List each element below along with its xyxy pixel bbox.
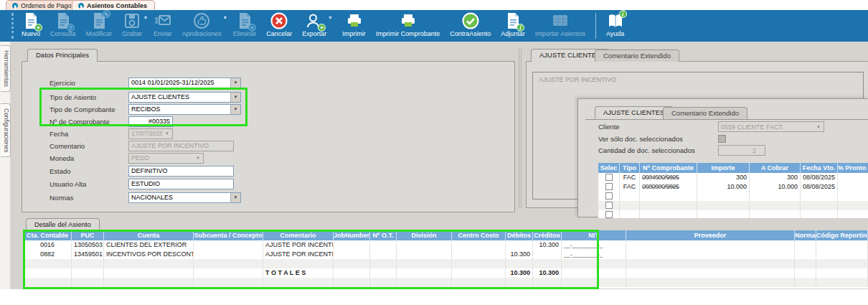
eliminar-button: Eliminar — [228, 11, 262, 37]
chevron-down-icon[interactable]: ▼ — [230, 78, 240, 88]
column-header: Tipo — [620, 163, 640, 173]
row-select-checkbox[interactable] — [605, 202, 613, 209]
chevron-down-icon[interactable]: ▼ — [230, 193, 240, 202]
grid-cell — [640, 210, 697, 218]
tab-ajuste-clientes-dialog[interactable]: AJUSTE CLIENTES — [595, 106, 674, 119]
chevron-down-icon[interactable]: ▼ — [230, 93, 240, 102]
sidebar-tab-herramientas[interactable]: Herramientas — [1, 45, 11, 92]
ejercicio-combobox[interactable]: 0014 01/01/2025-31/12/2025▼ — [128, 78, 241, 88]
form-row-tipo-asiento: Tipo de Asiento AJUSTE CLIENTES▼ — [22, 91, 514, 103]
cancelar-button[interactable]: Cancelar — [261, 11, 297, 37]
documento-row: FAC0004000/999530030008/08/2025 — [598, 173, 868, 182]
form-row-normas: Normas NACIONALES▼ — [22, 192, 514, 203]
grid-header-row: SelecTipoNº ComprobanteImporteA CobrarFe… — [598, 163, 868, 173]
tab-asientos-contables[interactable]: Asientos Contables — [72, 0, 155, 10]
printer-icon — [400, 12, 417, 29]
ayuda-button[interactable]: Ayuda — [601, 11, 629, 37]
ver-solo-doc-checkbox — [718, 135, 726, 143]
printer-icon — [346, 12, 363, 29]
adjuntar-button[interactable]: Adjuntar — [496, 11, 530, 37]
grabar-dropdown-caret[interactable]: ▾ — [144, 14, 147, 21]
usuario-alta-input[interactable]: ESTUDIO — [128, 179, 234, 189]
tab-comentario-extendido-outer[interactable]: Comentario Extendido — [595, 50, 679, 62]
grid-cell: FAC — [620, 182, 640, 192]
grid-cell — [194, 250, 263, 259]
grid-cell — [626, 268, 795, 278]
cantidad-doc-label: Cantidad de doc. seleccionados — [598, 146, 695, 154]
grid-cell — [562, 278, 626, 287]
row-select-checkbox[interactable] — [605, 174, 613, 181]
form-row-tipo-comprobante: Tipo de Comprobante RECIBOS▼ — [22, 103, 514, 115]
tab-icon — [78, 3, 84, 9]
chevron-down-icon[interactable]: ▼ — [230, 105, 240, 114]
grid-cell — [370, 259, 397, 268]
chevron-down-icon: ▼ — [162, 129, 172, 139]
tab-label: Asientos Contables — [87, 2, 147, 9]
normas-combobox[interactable]: NACIONALES▼ — [128, 192, 241, 203]
grid-cell — [452, 278, 506, 287]
grid-cell — [24, 268, 72, 278]
grid-cell: 300 — [697, 173, 750, 182]
grid-cell: CLIENTES DEL EXTERIOR — [104, 240, 194, 250]
documento-row — [598, 192, 868, 201]
estado-input[interactable]: DEFINITIVO — [128, 166, 234, 177]
imprimir-comprobante-button[interactable]: Imprimir Comprobante — [371, 11, 445, 37]
grid-cell — [104, 268, 194, 278]
toolbar-drag-handle[interactable] — [11, 13, 14, 39]
exportar-button[interactable]: Exportar — [297, 11, 331, 37]
column-header: JobNumber — [334, 230, 370, 240]
exportar-dropdown-caret[interactable]: ▾ — [329, 14, 331, 21]
panel-splitter[interactable] — [519, 49, 522, 208]
grid-cell — [816, 259, 868, 268]
ver-solo-doc-label: Ver sólo doc. seleccionados — [598, 135, 683, 143]
grid-cell — [506, 259, 533, 268]
grid-cell — [104, 278, 194, 287]
tab-ordenes-de-pago[interactable]: Ordenes de Pago — [6, 0, 75, 10]
grid-cell — [370, 250, 397, 259]
new-document-icon — [22, 12, 39, 29]
tab-datos-principales[interactable]: Datos Principales — [27, 49, 98, 62]
row-select-checkbox[interactable] — [605, 192, 613, 200]
grid-cell — [533, 259, 562, 268]
grid-cell — [795, 268, 816, 278]
nuevo-button[interactable]: Nuevo — [16, 11, 45, 37]
nro-comprobante-input[interactable]: #00335 — [128, 116, 173, 127]
aprobaciones-dropdown-caret[interactable]: ▾ — [224, 14, 227, 21]
window-tab-bar: Ordenes de Pago Asientos Contables — [0, 0, 868, 10]
grid-cell — [750, 192, 801, 201]
tab-detalle-del-asiento[interactable]: Detalle del Asiento — [26, 218, 100, 231]
form-row-moneda: Moneda PESO▼ — [22, 152, 514, 164]
form-row-fecha: Fecha 17/07/2025▼ — [22, 128, 514, 139]
tipo-asiento-combobox[interactable]: AJUSTE CLIENTES▼ — [128, 92, 241, 103]
grid-cell — [598, 182, 620, 192]
grid-cell — [533, 278, 562, 287]
grid-cell — [640, 192, 697, 201]
grid-cell — [697, 210, 750, 218]
grid-cell — [334, 250, 370, 259]
row-select-checkbox[interactable] — [605, 211, 613, 218]
grid-cell — [24, 278, 72, 287]
grid-cell — [263, 278, 334, 287]
grid-cell — [750, 201, 801, 210]
grid-cell — [598, 201, 620, 210]
grabar-button: Grabar — [117, 11, 147, 37]
tipo-comprobante-combobox[interactable]: RECIBOS▼ — [128, 104, 241, 115]
grid-cell: 13050503 — [72, 240, 104, 250]
comentario-input: AJUSTE POR INCENTIVO — [128, 141, 234, 151]
grid-cell — [626, 259, 795, 268]
sidebar-tab-configuraciones[interactable]: Configuraciones — [1, 103, 11, 157]
form-row-estado: Estado DEFINITIVO — [22, 165, 514, 177]
tab-comentario-extendido-dialog[interactable]: Comentario Extendido — [663, 107, 747, 119]
column-header: Subcuenta / Concepto — [194, 230, 263, 240]
grid-cell — [506, 240, 533, 250]
grid-cell — [801, 201, 838, 210]
imprimir-button[interactable]: Imprimir — [337, 11, 371, 37]
column-header: División — [397, 230, 452, 240]
grid-cell — [838, 201, 868, 210]
datos-principales-panel: Ejercicio 0014 01/01/2025-31/12/2025▼ Ti… — [22, 61, 515, 212]
grid-cell — [795, 240, 816, 250]
help-book-icon — [607, 12, 624, 29]
row-select-checkbox[interactable] — [605, 183, 613, 190]
grid-cell — [263, 259, 334, 268]
contraasiento-button[interactable]: ContraAsiento — [445, 11, 496, 37]
